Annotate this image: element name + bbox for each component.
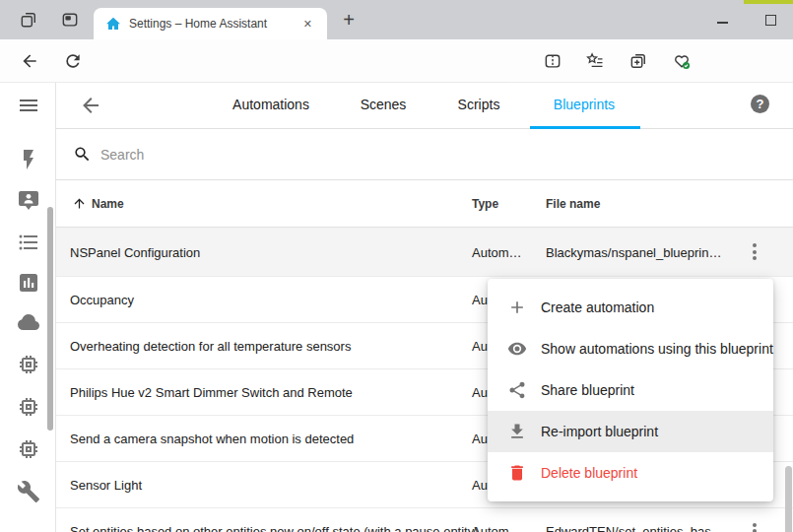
home-assistant-app: Automations Scenes Scripts Blueprints ? … <box>0 83 793 532</box>
ha-sidebar <box>0 83 56 532</box>
ha-page-header: Automations Scenes Scripts Blueprints ? <box>56 83 793 129</box>
share-icon <box>507 380 527 400</box>
menu-item-show-automations[interactable]: Show automations using this blueprint <box>488 328 773 369</box>
sidebar-scrollbar[interactable] <box>47 207 53 431</box>
tab-stacks-icon[interactable] <box>19 10 38 30</box>
table-header: Name Type File name <box>56 180 793 228</box>
collections-icon[interactable] <box>628 51 648 71</box>
row-context-menu: Create automation Show automations using… <box>488 279 773 501</box>
browser-window: Settings – Home Assistant ✕ + Not secure… <box>0 0 793 532</box>
download-icon <box>507 422 527 441</box>
row-overflow-icon[interactable] <box>746 522 763 532</box>
eye-icon <box>507 339 527 359</box>
split-screen-icon[interactable] <box>543 51 562 71</box>
new-tab-button[interactable]: + <box>337 9 361 33</box>
menu-item-delete-blueprint[interactable]: Delete blueprint <box>488 452 773 494</box>
ha-back-icon[interactable] <box>79 94 102 117</box>
window-maximize-button[interactable] <box>765 15 776 26</box>
chip-icon-1[interactable] <box>17 353 40 376</box>
trash-icon <box>507 463 527 483</box>
search-input[interactable] <box>100 147 692 163</box>
tab-automations[interactable]: Automations <box>232 97 309 112</box>
table-row-nspanel[interactable]: NSPanel Configuration Autom… Blackymas/n… <box>56 228 793 277</box>
sort-ascending-icon[interactable] <box>72 196 87 211</box>
flash-icon[interactable] <box>17 148 40 171</box>
recording-indicator-strip <box>744 0 793 4</box>
chip-icon-2[interactable] <box>17 395 40 419</box>
menu-item-share-blueprint[interactable]: Share blueprint <box>488 369 773 411</box>
column-type[interactable]: Type <box>472 197 498 211</box>
layout-panel-icon[interactable] <box>60 10 80 30</box>
back-icon[interactable] <box>20 51 39 71</box>
list-icon[interactable] <box>17 231 40 254</box>
search-icon <box>73 145 92 164</box>
column-file-name[interactable]: File name <box>546 197 600 211</box>
plus-icon <box>507 298 527 317</box>
help-icon[interactable]: ? <box>751 95 769 113</box>
wrench-icon[interactable] <box>17 480 40 503</box>
column-name[interactable]: Name <box>92 197 124 211</box>
menu-icon[interactable] <box>17 94 40 117</box>
active-browser-tab[interactable]: Settings – Home Assistant ✕ <box>94 8 327 39</box>
home-assistant-favicon <box>105 16 121 32</box>
row-overflow-icon[interactable] <box>746 243 763 261</box>
tab-title: Settings – Home Assistant <box>129 17 298 31</box>
account-badge-icon[interactable] <box>17 188 40 212</box>
search-row <box>56 129 793 180</box>
browser-toolbar: Not secure homeassistant.local:8123/... <box>0 39 793 83</box>
menu-item-reimport-blueprint[interactable]: Re-import blueprint <box>488 411 773 452</box>
chart-box-icon[interactable] <box>17 271 40 295</box>
tab-close-icon[interactable]: ✕ <box>298 15 317 33</box>
tab-blueprints[interactable]: Blueprints <box>554 97 615 112</box>
table-row-set-entities[interactable]: Set entities based on other entities new… <box>56 508 793 532</box>
tab-scripts[interactable]: Scripts <box>458 97 500 112</box>
browser-essentials-icon[interactable] <box>672 51 692 71</box>
window-minimize-button[interactable] <box>717 22 728 24</box>
cloud-icon[interactable] <box>17 310 40 334</box>
refresh-icon[interactable] <box>63 51 83 71</box>
tab-scenes[interactable]: Scenes <box>361 97 407 112</box>
browser-tabstrip: Settings – Home Assistant ✕ + <box>0 0 793 39</box>
menu-item-create-automation[interactable]: Create automation <box>488 287 773 328</box>
chip-icon-3[interactable] <box>17 437 40 461</box>
favorites-hub-icon[interactable] <box>585 51 605 71</box>
page-scrollbar[interactable] <box>785 466 792 532</box>
